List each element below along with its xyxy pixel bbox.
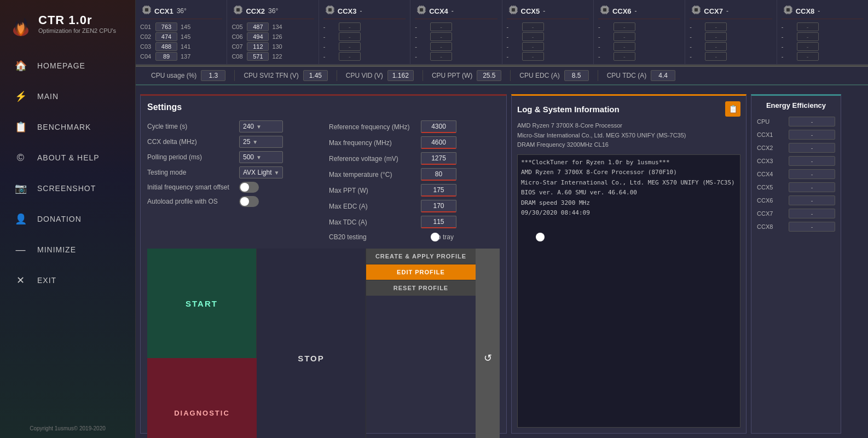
log-textarea[interactable]: ***ClockTuner for Ryzen 1.0r by 1usmus**… bbox=[517, 154, 740, 428]
core-row: - - bbox=[507, 32, 589, 41]
log-title: Log & System Information bbox=[517, 105, 620, 114]
chevron-down-icon3: ▼ bbox=[256, 154, 262, 160]
polling-value: 500 bbox=[243, 153, 254, 161]
core-freq-empty: - bbox=[430, 22, 452, 31]
core-freq-empty: - bbox=[522, 22, 544, 31]
energy-value: - bbox=[789, 195, 835, 205]
energy-label: CCX6 bbox=[757, 197, 784, 204]
core-freq-empty: - bbox=[430, 52, 452, 61]
core-freq-empty: - bbox=[430, 42, 452, 51]
reset-profile-button[interactable]: RESET PROFILE bbox=[366, 280, 476, 296]
polling-row: Polling period (ms) 500 ▼ bbox=[147, 149, 318, 165]
energy-label: CCX4 bbox=[757, 171, 784, 177]
sidebar-item-about[interactable]: © ABOUT & HELP bbox=[0, 142, 135, 173]
testing-mode-label: Testing mode bbox=[147, 169, 235, 176]
energy-title: Energy Efficiency bbox=[757, 101, 835, 110]
sidebar-item-minimize[interactable]: — MINIMIZE bbox=[0, 234, 135, 265]
core-freq-empty: - bbox=[614, 32, 635, 41]
energy-row-cpu: CPU - bbox=[757, 115, 835, 128]
core-label: - bbox=[598, 53, 611, 60]
core-label: - bbox=[598, 24, 611, 30]
status-bar: CPU usage (%) 1.3 CPU SVI2 TFN (V) 1.45 … bbox=[136, 66, 868, 85]
core-freq: 488 bbox=[155, 42, 177, 51]
start-button[interactable]: START bbox=[147, 249, 257, 358]
core-label: - bbox=[782, 43, 795, 50]
logo-text: CTR 1.0r Optimization for ZEN2 CPU's bbox=[38, 13, 116, 34]
stop-button[interactable]: STOP bbox=[257, 249, 366, 438]
core-freq-empty: - bbox=[705, 42, 727, 51]
energy-row-ccx2: CCX2 - bbox=[757, 141, 835, 154]
max-ppt-label: Max PPT (W) bbox=[329, 187, 416, 194]
core-row: - - bbox=[598, 22, 680, 31]
core-row: C08 571 122 bbox=[232, 52, 314, 61]
max-ppt-value: 175 bbox=[421, 184, 456, 197]
energy-label: CCX3 bbox=[757, 158, 784, 164]
ccx-temp: - bbox=[543, 7, 545, 15]
settings-grid: Cycle time (s) 240 ▼ CCX delta (MHz) 25 … bbox=[147, 119, 500, 244]
about-icon: © bbox=[13, 150, 28, 165]
sidebar-item-donation[interactable]: 👤 DONATION bbox=[0, 204, 135, 234]
sidebar-item-main[interactable]: ⚡ MAIN bbox=[0, 81, 135, 112]
smart-offset-toggle[interactable] bbox=[239, 182, 259, 193]
logo-area: CTR 1.0r Optimization for ZEN2 CPU's bbox=[0, 0, 135, 45]
core-label: - bbox=[782, 53, 795, 60]
autoload-toggle[interactable] bbox=[239, 196, 259, 207]
log-line: AMD Ryzen 7 3700X 8-Core Processor (870F… bbox=[521, 168, 737, 177]
cycle-time-row: Cycle time (s) 240 ▼ bbox=[147, 119, 318, 134]
svg-rect-30 bbox=[328, 8, 332, 11]
sidebar-item-exit[interactable]: ✕ EXIT bbox=[0, 265, 135, 296]
main-content: CCX1 36° C01 763 145 C02 474 145 C03 488… bbox=[136, 0, 868, 438]
create-profile-button[interactable]: CREATE & APPLY PROFILE bbox=[366, 249, 476, 264]
max-edc-label: Max EDC (A) bbox=[329, 203, 416, 210]
cpu-chip-icon bbox=[142, 5, 151, 16]
core-row: - - bbox=[782, 42, 864, 51]
log-info-line2: Micro-Star International Co., Ltd. MEG X… bbox=[517, 131, 740, 141]
core-extra: 137 bbox=[181, 53, 190, 60]
diagnostic-button[interactable]: DIAGNOSTIC bbox=[147, 358, 257, 438]
core-row: C04 89 137 bbox=[140, 52, 222, 61]
testing-mode-dropdown[interactable]: AVX Light ▼ bbox=[239, 166, 283, 178]
cpu-usage-value: 1.3 bbox=[201, 70, 225, 81]
core-freq-empty: - bbox=[705, 32, 727, 41]
smart-offset-label: Initial frequency smart offset bbox=[147, 183, 235, 191]
energy-value: - bbox=[789, 182, 835, 192]
polling-dropdown[interactable]: 500 ▼ bbox=[239, 151, 283, 163]
core-row: - - bbox=[415, 22, 497, 31]
exit-icon: ✕ bbox=[13, 273, 28, 288]
settings-panel: Settings Cycle time (s) 240 ▼ CCX delta … bbox=[140, 94, 507, 434]
sidebar-item-homepage[interactable]: 🏠 HOMEPAGE bbox=[0, 50, 135, 81]
energy-value: - bbox=[789, 130, 835, 140]
core-row: - - bbox=[690, 22, 772, 31]
svg-rect-2 bbox=[145, 8, 148, 11]
edit-profile-button[interactable]: EDIT PROFILE bbox=[366, 264, 476, 280]
ccx-delta-dropdown[interactable]: 25 ▼ bbox=[239, 136, 283, 148]
action-buttons: START DIAGNOSTIC STOP CREATE & APPLY PRO… bbox=[147, 249, 500, 438]
core-freq-empty: - bbox=[614, 22, 635, 31]
core-label: - bbox=[323, 33, 337, 40]
energy-label: CCX8 bbox=[757, 223, 784, 230]
energy-label: CCX5 bbox=[757, 184, 784, 191]
core-label: - bbox=[782, 33, 795, 40]
log-copy-button[interactable]: 📋 bbox=[725, 101, 740, 117]
core-label: - bbox=[415, 53, 428, 60]
ccx-block-ccx1: CCX1 36° C01 763 145 C02 474 145 C03 488… bbox=[136, 0, 227, 64]
benchmark-icon: 📋 bbox=[13, 119, 28, 135]
cycle-time-dropdown[interactable]: 240 ▼ bbox=[239, 120, 283, 132]
core-row: - - bbox=[690, 32, 772, 41]
refresh-button[interactable]: ↺ bbox=[476, 249, 500, 438]
core-freq-empty: - bbox=[797, 22, 819, 31]
start-diagnostic-group: START DIAGNOSTIC bbox=[147, 249, 257, 438]
sidebar-label-donation: DONATION bbox=[37, 215, 82, 223]
cpu-chip-icon bbox=[784, 5, 792, 16]
core-freq-empty: - bbox=[522, 32, 544, 41]
core-extra: 122 bbox=[272, 53, 282, 60]
copyright: Copyright 1usmus© 2019-2020 bbox=[23, 419, 112, 438]
core-row: C06 494 126 bbox=[232, 32, 314, 41]
sidebar-item-screenshot[interactable]: 📷 SCREENSHOT bbox=[0, 173, 135, 204]
core-extra: 130 bbox=[272, 43, 282, 50]
core-label: - bbox=[323, 53, 337, 60]
ccx-name: CCX8 bbox=[796, 7, 815, 15]
ccx-block-ccx2: CCX2 36° C05 487 134 C06 494 126 C07 112… bbox=[227, 0, 319, 64]
sidebar-item-benchmark[interactable]: 📋 BENCHMARK bbox=[0, 112, 135, 142]
svg-rect-58 bbox=[512, 8, 515, 11]
